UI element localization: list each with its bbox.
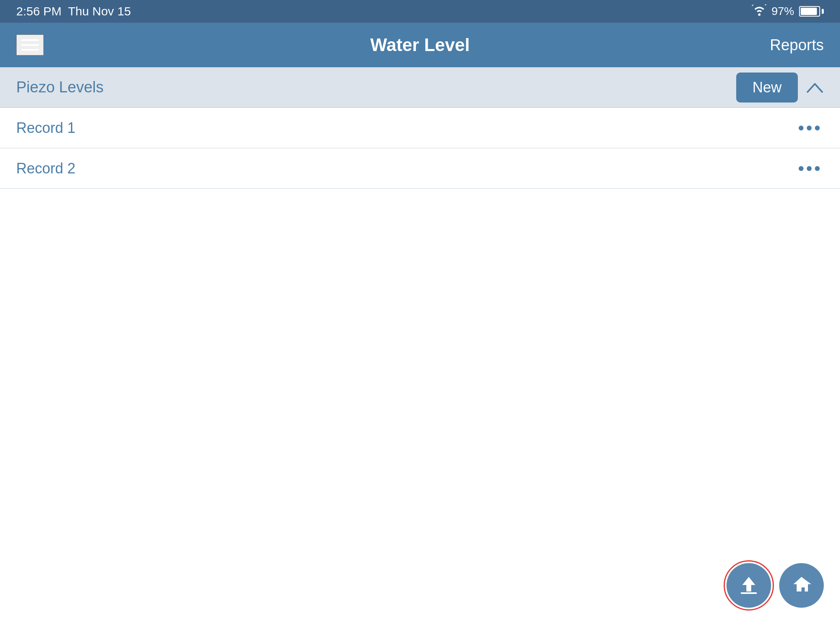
hamburger-icon xyxy=(21,44,39,46)
wifi-icon xyxy=(752,4,767,19)
home-button[interactable] xyxy=(779,563,824,608)
home-icon xyxy=(790,574,813,598)
more-options-button[interactable] xyxy=(795,162,824,175)
record-label: Record 1 xyxy=(16,120,75,137)
hamburger-icon xyxy=(21,39,39,41)
battery-percent: 97% xyxy=(771,5,794,18)
list-item[interactable]: Record 1 xyxy=(0,108,840,148)
dot xyxy=(815,166,820,171)
status-time: 2:56 PM xyxy=(16,4,62,18)
more-options-button[interactable] xyxy=(795,122,824,135)
page-title: Water Level xyxy=(370,35,469,55)
status-bar: 2:56 PM Thu Nov 15 97% xyxy=(0,0,840,23)
hamburger-icon xyxy=(21,49,39,51)
dot xyxy=(807,166,812,171)
reports-button[interactable]: Reports xyxy=(770,36,824,54)
status-date: Thu Nov 15 xyxy=(68,4,131,18)
dot xyxy=(799,126,804,130)
record-label: Record 2 xyxy=(16,160,75,177)
bottom-actions xyxy=(726,563,824,608)
upload-icon xyxy=(737,574,760,598)
chevron-up-icon[interactable] xyxy=(806,81,824,94)
nav-bar: Water Level Reports xyxy=(0,23,840,67)
dot xyxy=(799,166,804,171)
section-title: Piezo Levels xyxy=(16,79,103,96)
new-button[interactable]: New xyxy=(736,73,798,102)
dot xyxy=(807,126,812,130)
upload-button[interactable] xyxy=(726,563,771,608)
records-list: Record 1 Record 2 xyxy=(0,108,840,632)
dot xyxy=(815,126,820,130)
section-header: Piezo Levels New xyxy=(0,67,840,108)
list-item[interactable]: Record 2 xyxy=(0,148,840,189)
hamburger-button[interactable] xyxy=(16,34,44,56)
svg-rect-0 xyxy=(741,592,757,594)
section-header-right: New xyxy=(736,73,824,102)
status-bar-left: 2:56 PM Thu Nov 15 xyxy=(16,4,131,18)
battery-icon xyxy=(799,6,824,17)
status-bar-right: 97% xyxy=(752,4,824,19)
